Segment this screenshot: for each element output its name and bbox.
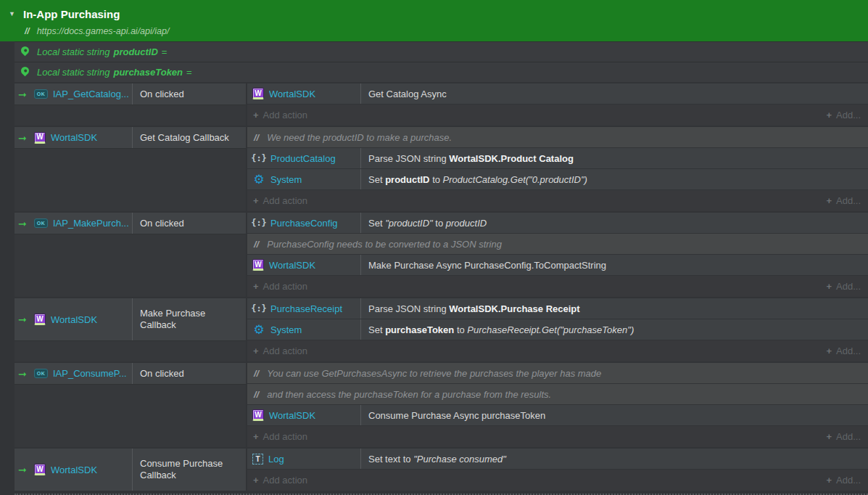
add-action-link[interactable]: +Add action bbox=[253, 345, 307, 356]
system-gear-icon: ⚙ bbox=[252, 324, 265, 336]
condition-text[interactable]: On clicked bbox=[133, 213, 246, 234]
action-object-name[interactable]: PurchaseConfig bbox=[270, 218, 338, 229]
variable-pin-icon bbox=[20, 45, 31, 57]
condition-empty-area bbox=[15, 148, 246, 211]
condition-object-name[interactable]: WortalSDK bbox=[51, 314, 97, 325]
log-text-icon: T bbox=[252, 454, 263, 465]
event-condition[interactable]: ➞ W WortalSDK Make Purchase Callback bbox=[15, 298, 246, 340]
comment-slashes-icon: // bbox=[254, 368, 259, 379]
add-more-link[interactable]: +Add... bbox=[826, 281, 861, 292]
add-action-row: +Add action +Add... bbox=[247, 426, 868, 447]
event-block: ➞ OK IAP_ConsumeP... On clicked // You c… bbox=[15, 363, 868, 447]
action-object-name[interactable]: WortalSDK bbox=[269, 89, 315, 99]
group-header: ▼ In-App Purchasing // https://docs.game… bbox=[0, 0, 868, 41]
action-row[interactable]: ⚙ System Set purchaseToken to PurchaseRe… bbox=[247, 319, 868, 340]
action-row[interactable]: {:} PurchaseConfig Set "productID" to pr… bbox=[247, 213, 868, 234]
condition-object-name[interactable]: IAP_ConsumeP... bbox=[53, 368, 127, 379]
action-row[interactable]: T Log Set text to "Purchase consumed" bbox=[247, 449, 868, 470]
action-object-name[interactable]: WortalSDK bbox=[269, 260, 315, 271]
variable-row-productid[interactable]: Local static stringproductID= bbox=[15, 41, 868, 62]
comment-text: and then access the purchaseToken for a … bbox=[267, 389, 551, 400]
group-comment[interactable]: https://docs.games-api.ai/api/iap/ bbox=[37, 26, 170, 36]
event-block: ➞ W WortalSDK Consume Purchase Callback … bbox=[15, 449, 868, 491]
action-text[interactable]: Set "productID" to productID bbox=[361, 213, 868, 233]
action-row[interactable]: W WortalSDK Consume Purchase Async purch… bbox=[247, 405, 868, 426]
event-block: ➞ OK IAP_MakePurch... On clicked {:} Pur… bbox=[15, 213, 868, 297]
system-gear-icon: ⚙ bbox=[252, 173, 265, 186]
collapse-arrow-icon[interactable]: ▼ bbox=[9, 10, 23, 17]
condition-object-name[interactable]: WortalSDK bbox=[51, 132, 97, 143]
action-text[interactable]: Make Purchase Async PurchaseConfig.ToCom… bbox=[361, 255, 868, 275]
add-action-row: +Add action +Add... bbox=[247, 340, 868, 361]
action-text[interactable]: Consume Purchase Async purchaseToken bbox=[361, 405, 868, 425]
event-block: ➞ OK IAP_GetCatalog... On clicked W Wort… bbox=[15, 83, 868, 126]
add-action-link[interactable]: +Add action bbox=[253, 281, 307, 292]
ok-button-icon: OK bbox=[34, 218, 48, 228]
comment-slashes-icon: // bbox=[254, 132, 259, 143]
action-text[interactable]: Parse JSON string WortalSDK.Product Cata… bbox=[361, 148, 868, 168]
action-object-name[interactable]: System bbox=[270, 324, 302, 335]
ok-button-icon: OK bbox=[34, 89, 48, 99]
condition-text[interactable]: On clicked bbox=[133, 83, 246, 105]
event-arrow-icon: ➞ bbox=[18, 89, 34, 100]
add-more-link[interactable]: +Add... bbox=[826, 110, 861, 120]
condition-empty-area bbox=[15, 105, 246, 126]
condition-object-name[interactable]: IAP_MakePurch... bbox=[53, 218, 129, 229]
action-object-name[interactable]: WortalSDK bbox=[269, 410, 315, 421]
event-condition[interactable]: ➞ OK IAP_ConsumeP... On clicked bbox=[15, 363, 246, 384]
comment-text: We need the productID to make a purchase… bbox=[267, 132, 452, 143]
condition-text[interactable]: On clicked bbox=[133, 363, 246, 384]
action-row[interactable]: W WortalSDK Get Catalog Async bbox=[247, 83, 868, 105]
event-arrow-icon: ➞ bbox=[18, 314, 34, 325]
condition-object-name[interactable]: IAP_GetCatalog... bbox=[53, 89, 129, 99]
action-text[interactable]: Set text to "Purchase consumed" bbox=[361, 449, 868, 469]
event-arrow-icon: ➞ bbox=[18, 464, 34, 475]
action-object-name[interactable]: ProductCatalog bbox=[270, 153, 336, 164]
variable-row-purchasetoken[interactable]: Local static stringpurchaseToken= bbox=[15, 62, 868, 82]
add-more-link[interactable]: +Add... bbox=[826, 345, 861, 356]
condition-empty-area bbox=[15, 234, 246, 297]
event-condition[interactable]: ➞ OK IAP_GetCatalog... On clicked bbox=[15, 83, 246, 105]
action-text[interactable]: Set productID to ProductCatalog.Get("0.p… bbox=[361, 169, 868, 189]
add-action-link[interactable]: +Add action bbox=[253, 475, 307, 486]
wortal-sdk-icon: W bbox=[252, 409, 264, 421]
condition-text[interactable]: Get Catalog Callback bbox=[133, 127, 246, 148]
action-object-name[interactable]: PurchaseReceipt bbox=[270, 303, 342, 314]
event-condition[interactable]: ➞ W WortalSDK Get Catalog Callback bbox=[15, 127, 246, 148]
action-row[interactable]: {:} PurchaseReceipt Parse JSON string Wo… bbox=[247, 298, 868, 319]
action-text[interactable]: Get Catalog Async bbox=[361, 83, 868, 104]
condition-object-name[interactable]: WortalSDK bbox=[51, 465, 97, 475]
add-more-link[interactable]: +Add... bbox=[826, 195, 861, 206]
variable-declaration: Local static stringpurchaseToken= bbox=[37, 67, 192, 78]
group-title[interactable]: In-App Purchasing bbox=[23, 8, 120, 20]
comment-row[interactable]: // and then access the purchaseToken for… bbox=[247, 384, 868, 405]
event-condition[interactable]: ➞ W WortalSDK Consume Purchase Callback bbox=[15, 449, 246, 491]
comment-row[interactable]: // You can use GetPurchasesAsync to retr… bbox=[247, 363, 868, 384]
add-action-link[interactable]: +Add action bbox=[253, 195, 307, 206]
wortal-sdk-icon: W bbox=[252, 259, 264, 271]
condition-text[interactable]: Make Purchase Callback bbox=[133, 298, 246, 340]
add-action-link[interactable]: +Add action bbox=[253, 110, 307, 120]
comment-row[interactable]: // We need the productID to make a purch… bbox=[247, 127, 868, 148]
action-row[interactable]: W WortalSDK Make Purchase Async Purchase… bbox=[247, 255, 868, 276]
action-text[interactable]: Parse JSON string WortalSDK.Purchase Rec… bbox=[361, 298, 868, 319]
comment-row[interactable]: // PurchaseConfig needs to be converted … bbox=[247, 234, 868, 255]
json-icon: {:} bbox=[252, 218, 265, 228]
event-arrow-icon: ➞ bbox=[18, 368, 34, 380]
event-condition[interactable]: ➞ OK IAP_MakePurch... On clicked bbox=[15, 213, 246, 234]
add-more-link[interactable]: +Add... bbox=[826, 475, 861, 486]
comment-slashes-icon: // bbox=[25, 26, 30, 36]
condition-text[interactable]: Consume Purchase Callback bbox=[133, 449, 246, 491]
action-row[interactable]: ⚙ System Set productID to ProductCatalog… bbox=[247, 169, 868, 190]
action-object-name[interactable]: Log bbox=[268, 454, 284, 465]
comment-text: PurchaseConfig needs to be converted to … bbox=[267, 239, 502, 250]
comment-slashes-icon: // bbox=[254, 389, 259, 400]
action-text[interactable]: Set purchaseToken to PurchaseReceipt.Get… bbox=[361, 319, 868, 340]
event-block: ➞ W WortalSDK Make Purchase Callback {:}… bbox=[15, 298, 868, 361]
add-action-row: +Add action +Add... bbox=[247, 190, 868, 211]
add-more-link[interactable]: +Add... bbox=[826, 431, 861, 442]
action-object-name[interactable]: System bbox=[270, 174, 302, 185]
wortal-sdk-icon: W bbox=[34, 314, 46, 325]
action-row[interactable]: {:} ProductCatalog Parse JSON string Wor… bbox=[247, 148, 868, 169]
add-action-link[interactable]: +Add action bbox=[253, 431, 307, 442]
